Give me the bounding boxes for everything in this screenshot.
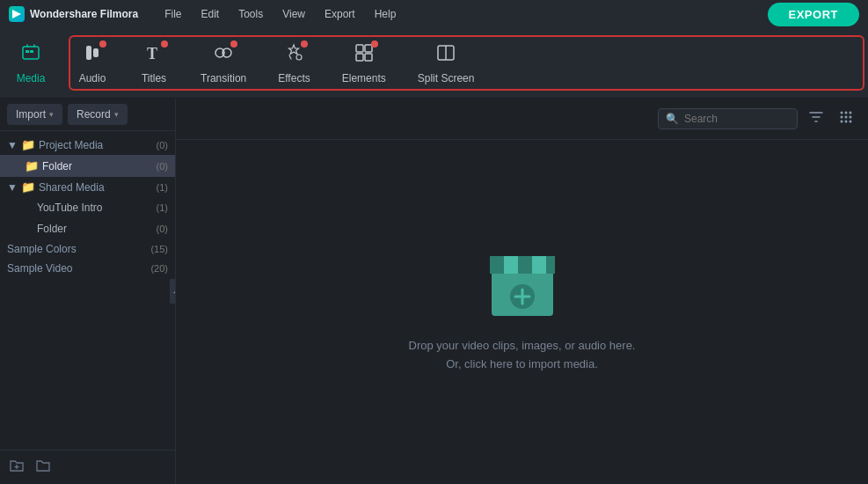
transition-dot	[230, 40, 237, 48]
svg-point-22	[841, 121, 843, 123]
svg-point-16	[841, 112, 843, 114]
content-area[interactable]: 🔍	[176, 99, 868, 484]
menu-file[interactable]: File	[156, 4, 190, 24]
elements-label: Elements	[342, 72, 386, 84]
svg-text:T: T	[147, 45, 157, 62]
transition-icon	[213, 42, 234, 69]
clapperboard-icon	[483, 244, 562, 323]
record-chevron: ▾	[114, 110, 119, 119]
svg-rect-11	[365, 54, 372, 61]
search-input[interactable]	[684, 113, 790, 125]
record-button[interactable]: Record ▾	[68, 104, 128, 125]
titles-label: Titles	[142, 72, 166, 84]
sidebar-item-folder-child[interactable]: Folder (0)	[0, 218, 175, 239]
sidebar-item-youtube-intro[interactable]: YouTube Intro (1)	[0, 197, 175, 218]
drop-line2: Or, click here to import media.	[409, 356, 636, 374]
svg-rect-28	[490, 256, 504, 274]
folder-child-label: Folder	[37, 223, 67, 235]
search-box[interactable]: 🔍	[658, 108, 798, 129]
shared-media-label: Shared Media	[39, 181, 105, 194]
svg-rect-2	[26, 50, 29, 53]
logo-icon	[9, 6, 25, 22]
audio-dot	[99, 40, 106, 48]
sidebar-bottom	[0, 450, 175, 484]
import-chevron: ▾	[49, 110, 54, 119]
menu-view[interactable]: View	[274, 4, 314, 24]
svg-point-20	[845, 116, 848, 119]
elements-dot	[371, 40, 378, 48]
toolbar-item-effects[interactable]: Effects	[262, 28, 325, 98]
youtube-intro-count: (1)	[157, 202, 168, 213]
arrow-icon: ▼	[7, 181, 18, 194]
project-media-label: Project Media	[39, 139, 103, 151]
import-button[interactable]: Import ▾	[7, 104, 62, 125]
toolbar-item-transition[interactable]: Transition	[185, 28, 262, 98]
media-icon	[20, 42, 41, 69]
toolbar: Media Audio T Titles	[0, 28, 868, 99]
effects-label: Effects	[278, 72, 310, 84]
drop-area[interactable]: Drop your video clips, images, or audio …	[409, 244, 636, 374]
folder-icon: 📁	[25, 159, 39, 172]
menu-edit[interactable]: Edit	[192, 4, 228, 24]
search-icon: 🔍	[666, 113, 679, 125]
menu-export[interactable]: Export	[316, 4, 364, 24]
svg-rect-29	[518, 256, 532, 274]
menu-help[interactable]: Help	[366, 4, 405, 24]
svg-point-21	[850, 116, 852, 119]
titles-dot	[161, 40, 168, 48]
drop-line1: Drop your video clips, images, or audio …	[409, 337, 636, 356]
svg-point-19	[841, 116, 843, 119]
project-media-count: (0)	[157, 140, 168, 150]
svg-point-17	[845, 112, 848, 114]
audio-icon	[82, 42, 103, 69]
elements-icon	[354, 42, 375, 69]
sidebar-toolbar: Import ▾ Record ▾	[0, 99, 175, 131]
export-button[interactable]: EXPORT	[768, 3, 859, 26]
filter-icon[interactable]	[805, 106, 828, 132]
sidebar-item-folder-main[interactable]: 📁 Folder (0)	[0, 155, 175, 177]
sidebar: Import ▾ Record ▾ ▼ 📁 Project Media (0) …	[0, 99, 176, 484]
svg-point-7	[296, 55, 302, 60]
svg-rect-8	[356, 45, 363, 52]
toolbar-item-elements[interactable]: Elements	[326, 28, 402, 98]
svg-point-18	[850, 112, 852, 114]
sidebar-item-sample-colors[interactable]: Sample Colors (15)	[0, 239, 175, 259]
sample-video-label: Sample Video	[7, 262, 73, 275]
sidebar-item-shared-media[interactable]: ▼ 📁 Shared Media (1)	[0, 177, 175, 197]
menu-bar: Wondershare Filmora File Edit Tools View…	[0, 0, 868, 28]
drop-text: Drop your video clips, images, or audio …	[409, 337, 636, 374]
sidebar-item-sample-video[interactable]: Sample Video (20)	[0, 259, 175, 278]
effects-icon	[283, 42, 304, 69]
sidebar-tree: ▼ 📁 Project Media (0) 📁 Folder (0) ▼ 📁 S…	[0, 131, 175, 450]
collapse-sidebar-button[interactable]: ◀	[170, 279, 176, 304]
grid-icon[interactable]	[835, 106, 857, 132]
svg-rect-10	[356, 54, 363, 61]
media-label: Media	[17, 72, 46, 84]
add-folder-icon[interactable]	[9, 458, 25, 477]
import-label: Import	[16, 108, 46, 121]
split-screen-label: Split Screen	[418, 72, 475, 84]
menu-tools[interactable]: Tools	[230, 4, 272, 24]
folder-main-count: (0)	[157, 161, 168, 172]
titles-icon: T	[143, 42, 164, 69]
main-content: Import ▾ Record ▾ ▼ 📁 Project Media (0) …	[0, 99, 868, 484]
transition-label: Transition	[201, 72, 246, 84]
shared-media-count: (1)	[157, 182, 168, 193]
folder-main-label: Folder	[42, 160, 72, 172]
toolbar-item-audio[interactable]: Audio	[62, 28, 123, 98]
effects-dot	[301, 40, 308, 48]
svg-point-23	[845, 121, 848, 123]
toolbar-item-titles[interactable]: T Titles	[123, 28, 185, 98]
svg-marker-0	[12, 10, 21, 18]
app-logo: Wondershare Filmora	[9, 6, 138, 22]
youtube-intro-label: YouTube Intro	[37, 202, 103, 214]
arrow-icon: ▼	[7, 139, 18, 151]
toolbar-item-split-screen[interactable]: Split Screen	[402, 28, 491, 98]
sidebar-item-project-media[interactable]: ▼ 📁 Project Media (0)	[0, 135, 175, 155]
new-folder-icon[interactable]	[35, 458, 51, 477]
folder-icon: 📁	[21, 180, 35, 194]
svg-rect-3	[30, 50, 33, 53]
toolbar-item-media[interactable]: Media	[0, 28, 62, 98]
sample-video-count: (20)	[150, 263, 168, 274]
split-screen-icon	[435, 42, 456, 69]
